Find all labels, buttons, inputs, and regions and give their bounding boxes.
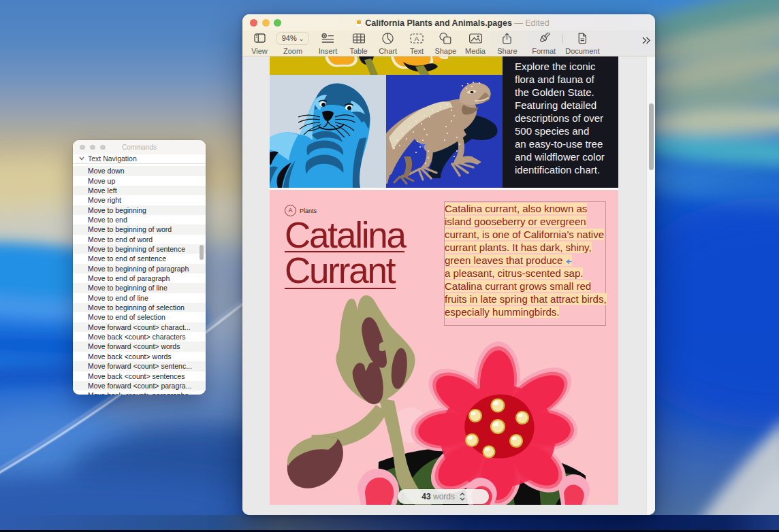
svg-text:A: A [415, 35, 419, 42]
